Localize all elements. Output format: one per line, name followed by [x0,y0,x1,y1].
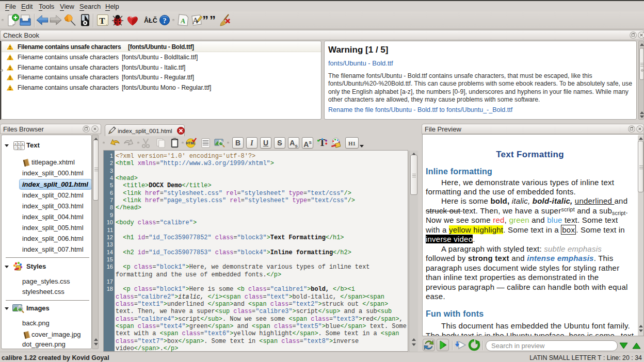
svg-text:,: , [106,22,107,25]
svg-text:i: i [22,146,22,150]
svg-text:b: b [18,142,20,145]
svg-text:r: r [14,146,15,150]
svg-text:”: ” [210,13,216,27]
svg-text:ÅŁČ: ÅŁČ [144,17,157,24]
svg-text:b: b [18,146,20,150]
svg-text:?: ? [163,17,167,25]
svg-text:”: ” [203,13,208,27]
svg-text:T: T [99,16,105,26]
